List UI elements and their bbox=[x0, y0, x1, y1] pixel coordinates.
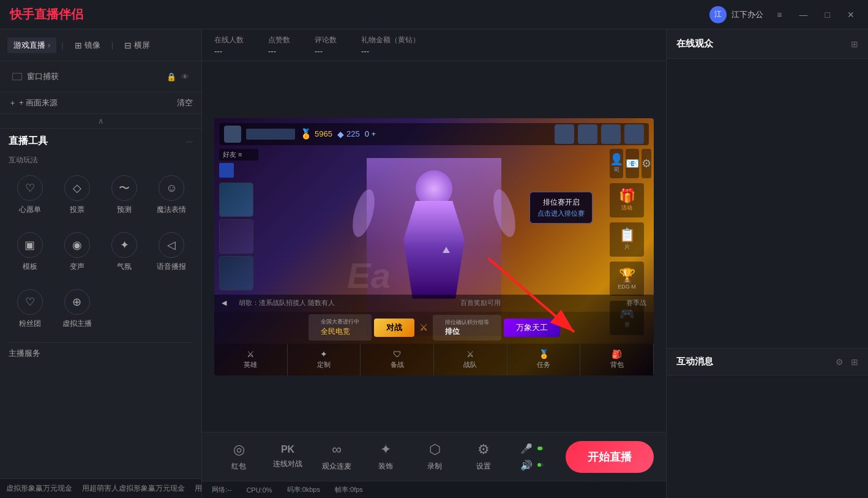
tool-fans[interactable]: ♡ 粉丝团 bbox=[9, 285, 51, 333]
game-bottom-info: ◀ 胡歌：渣系战队招揽人 随数有人 百首奖励可用 赛季战 bbox=[214, 295, 654, 312]
host-service-label: 主播服务 bbox=[9, 349, 40, 358]
magic-label: 魔法表情 bbox=[157, 205, 186, 215]
bag-tab-label: 背包 bbox=[610, 360, 624, 369]
right-icon-5: 📋 片 bbox=[610, 222, 644, 257]
tool-voice[interactable]: ◉ 变声 bbox=[56, 228, 98, 276]
tool-magic[interactable]: ☺ 魔法表情 bbox=[151, 172, 193, 219]
decor-label: 装饰 bbox=[378, 461, 393, 472]
tab-game-live[interactable]: 游戏直播 › bbox=[7, 37, 56, 53]
add-source-button[interactable]: ＋ + 画面来源 bbox=[9, 97, 58, 108]
redpack-label: 红包 bbox=[231, 461, 246, 472]
hero-tab-label: 英雄 bbox=[244, 360, 257, 369]
voice-label: 变声 bbox=[70, 262, 84, 272]
start-live-button[interactable]: 开始直播 bbox=[566, 441, 654, 473]
app-title: 快手直播伴侣 bbox=[10, 6, 83, 23]
game-left-panel: 好友 ≡ bbox=[219, 149, 258, 290]
collapse-button[interactable]: ∧ bbox=[0, 114, 201, 129]
minimize-button[interactable]: — bbox=[796, 9, 812, 21]
scene-item: 窗口捕获 🔒 👁 bbox=[7, 67, 194, 86]
interactive-content bbox=[667, 375, 868, 498]
tab-bag[interactable]: 🎒 背包 bbox=[580, 344, 654, 375]
speaker-volume-bar-bg[interactable] bbox=[537, 463, 544, 467]
interactive-expand-icon[interactable]: ⊞ bbox=[851, 357, 858, 367]
tab-mirror[interactable]: ⊞ 镜像 bbox=[69, 37, 107, 53]
vote-label: 投票 bbox=[70, 205, 84, 215]
game-live-label: 游戏直播 bbox=[13, 40, 45, 51]
game-gold: 🏅 5965 bbox=[300, 128, 332, 140]
interactive-settings-icon[interactable]: ⚙ bbox=[836, 357, 844, 367]
pk-label: 连线对战 bbox=[273, 459, 302, 469]
tool-predict[interactable]: 〜 预测 bbox=[103, 172, 146, 219]
sidebar: 游戏直播 › | ⊞ 镜像 | ⊟ 横屏 窗口捕获 🔒 👁 bbox=[0, 29, 202, 498]
chevron-up-icon: ∧ bbox=[98, 116, 104, 126]
tab-task[interactable]: 🏅 任务 bbox=[507, 344, 581, 375]
scene-item-label: 窗口捕获 bbox=[27, 71, 162, 82]
fans-icon: ♡ bbox=[17, 289, 43, 315]
lock-icon[interactable]: 🔒 bbox=[166, 72, 176, 81]
status-bitrate: 码率:0kbps bbox=[287, 485, 320, 494]
tool-decor[interactable]: ✦ 装饰 bbox=[361, 439, 410, 475]
tool-vote[interactable]: ◇ 投票 bbox=[56, 172, 98, 219]
friend-item-3 bbox=[219, 256, 253, 290]
pk-icon: PK bbox=[281, 444, 294, 455]
tab-prep[interactable]: 🛡 备战 bbox=[361, 344, 434, 375]
tools-grid-2: ▣ 模板 ◉ 变声 ✦ 气氛 ◁ 语音播报 bbox=[9, 228, 193, 276]
menu-button[interactable]: ≡ bbox=[773, 9, 785, 21]
bag-tab-icon: 🎒 bbox=[612, 349, 622, 359]
settings-icon: ⚙ bbox=[477, 442, 490, 458]
scene-icon bbox=[12, 73, 22, 80]
mic-volume-row: 🎤 bbox=[520, 443, 544, 455]
tab-custom[interactable]: ✦ 定制 bbox=[288, 344, 361, 375]
close-button[interactable]: ✕ bbox=[844, 9, 858, 21]
eye-icon[interactable]: 👁 bbox=[181, 72, 189, 81]
scene-item-actions: 🔒 👁 bbox=[166, 72, 189, 81]
mode-wanxiang[interactable]: 万象天工 bbox=[504, 319, 560, 337]
broadcast-icon: ◁ bbox=[159, 232, 184, 258]
tool-wish[interactable]: ♡ 心愿单 bbox=[9, 172, 51, 219]
interactive-label: 互动玩法 bbox=[9, 155, 193, 165]
hero-tab-icon: ⚔ bbox=[247, 349, 255, 359]
audience-expand-icon[interactable]: ⊞ bbox=[851, 39, 858, 49]
magic-icon: ☺ bbox=[159, 175, 184, 201]
task-tab-icon: 🏅 bbox=[539, 349, 549, 359]
interactive-header: 互动消息 ⚙ ⊞ bbox=[667, 349, 868, 375]
redpack-icon: ◎ bbox=[233, 442, 245, 458]
tool-broadcast[interactable]: ◁ 语音播报 bbox=[151, 228, 193, 276]
game-info-text: 胡歌：渣系战队招揽人 随数有人 bbox=[239, 298, 335, 307]
tool-connect[interactable]: ∞ 观众连麦 bbox=[312, 439, 361, 475]
mirror-label: 镜像 bbox=[84, 40, 100, 51]
tool-atmosphere[interactable]: ✦ 气氛 bbox=[103, 228, 146, 276]
ranking-popup[interactable]: 排位赛开启 点击进入排位赛 bbox=[529, 192, 593, 224]
stat-online-value: --- bbox=[214, 47, 244, 56]
mode-quanmin[interactable]: 全国大赛进行中 全民电竞 bbox=[309, 314, 372, 341]
game-mode-bar: 全国大赛进行中 全民电竞 对战 ⚔ 排位确认积分组等 排位 万象天工 bbox=[214, 312, 654, 344]
audience-area bbox=[667, 59, 868, 348]
host-service: 主播服务 bbox=[9, 342, 193, 364]
stat-gifts-label: 礼物金额（黄钻） bbox=[361, 35, 420, 45]
stat-gifts: 礼物金额（黄钻） --- bbox=[361, 35, 420, 56]
restore-button[interactable]: □ bbox=[821, 9, 834, 21]
mode-rank[interactable]: 排位确认积分组等 排位 bbox=[433, 315, 501, 341]
tool-settings[interactable]: ⚙ 设置 bbox=[459, 439, 508, 475]
right-icon-2: 📧 bbox=[626, 149, 639, 178]
wish-label: 心愿单 bbox=[19, 205, 41, 215]
tab-landscape[interactable]: ⊟ 横屏 bbox=[118, 37, 156, 53]
mic-volume-bar-bg[interactable] bbox=[537, 447, 544, 450]
tools-more-button[interactable]: ··· bbox=[186, 137, 193, 146]
right-icon-3: ⚙ bbox=[642, 149, 651, 178]
team-tab-icon: ⚔ bbox=[466, 349, 474, 359]
mode-battle[interactable]: 对战 bbox=[374, 319, 414, 337]
landscape-label: 横屏 bbox=[134, 40, 150, 51]
task-tab-label: 任务 bbox=[537, 360, 550, 369]
tool-pk[interactable]: PK 连线对战 bbox=[263, 439, 312, 475]
tool-template[interactable]: ▣ 模板 bbox=[9, 228, 51, 276]
tab-team[interactable]: ⚔ 战队 bbox=[434, 344, 507, 375]
tool-virtual[interactable]: ⊕ 虚拟主播 bbox=[56, 285, 98, 333]
tool-record[interactable]: ⬡ 录制 bbox=[410, 439, 459, 475]
tab-hero[interactable]: ⚔ 英雄 bbox=[214, 344, 288, 375]
clear-button[interactable]: 清空 bbox=[177, 97, 193, 108]
tool-redpack[interactable]: ◎ 红包 bbox=[214, 439, 263, 475]
vote-icon: ◇ bbox=[64, 175, 90, 201]
ranking-popup-action: 点击进入排位赛 bbox=[537, 209, 585, 218]
right-icon-1: 👤 司 bbox=[610, 149, 623, 178]
